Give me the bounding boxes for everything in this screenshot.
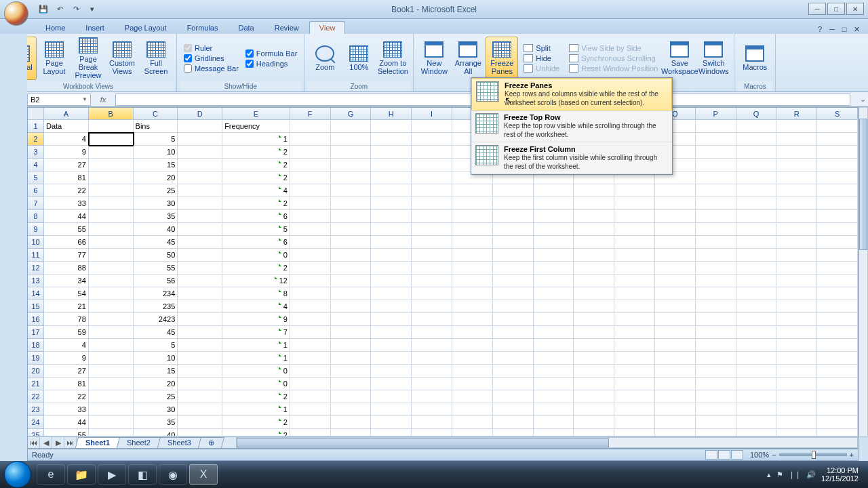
cell[interactable]: [493, 365, 534, 378]
cell[interactable]: 4: [44, 133, 89, 146]
cell[interactable]: 78: [44, 313, 89, 326]
cell[interactable]: [776, 352, 817, 365]
cell[interactable]: [776, 274, 817, 287]
switch-windows-button[interactable]: Switch Windows: [697, 37, 730, 80]
cell[interactable]: [736, 416, 777, 429]
cell[interactable]: [89, 365, 134, 378]
cell[interactable]: [817, 262, 858, 274]
cell[interactable]: [290, 378, 331, 390]
cell[interactable]: [331, 390, 372, 403]
row-header[interactable]: 20: [28, 365, 44, 378]
cell[interactable]: [331, 120, 372, 133]
redo-button[interactable]: ↷: [69, 3, 83, 16]
cell[interactable]: [817, 287, 858, 300]
close-button[interactable]: ✕: [846, 3, 864, 15]
cell[interactable]: [331, 300, 372, 313]
cell[interactable]: [817, 249, 858, 262]
cell[interactable]: [736, 403, 777, 416]
sheet-tab-sheet2[interactable]: Sheet2: [117, 437, 161, 448]
save-button[interactable]: 💾: [37, 3, 50, 16]
cell[interactable]: [178, 326, 222, 339]
cell[interactable]: [371, 171, 412, 184]
cell[interactable]: [614, 326, 655, 339]
cell[interactable]: [534, 416, 574, 429]
cell[interactable]: 10: [134, 352, 178, 365]
cell[interactable]: [696, 197, 736, 210]
cell[interactable]: [178, 339, 222, 352]
cell[interactable]: [412, 300, 452, 313]
cell[interactable]: [452, 339, 493, 352]
cell[interactable]: [817, 390, 858, 403]
cell[interactable]: [290, 416, 331, 429]
cell[interactable]: [178, 146, 222, 159]
cell[interactable]: [371, 274, 412, 287]
unhide-button[interactable]: Unhide: [521, 64, 562, 73]
cell[interactable]: 2: [222, 197, 290, 210]
cell[interactable]: [696, 171, 736, 184]
cell[interactable]: [290, 184, 331, 197]
cell[interactable]: [614, 429, 655, 436]
cell[interactable]: [178, 365, 222, 378]
cell[interactable]: [371, 197, 412, 210]
cell[interactable]: [89, 300, 134, 313]
cell[interactable]: [89, 184, 134, 197]
reset-position-button[interactable]: Reset Window Position: [566, 64, 660, 73]
cell[interactable]: [736, 171, 777, 184]
cell[interactable]: [696, 403, 736, 416]
row-header[interactable]: 25: [28, 429, 44, 436]
cell[interactable]: [776, 390, 817, 403]
cell[interactable]: 21: [44, 300, 89, 313]
cell[interactable]: [655, 365, 696, 378]
cell[interactable]: [290, 300, 331, 313]
cell[interactable]: 7: [222, 326, 290, 339]
cell[interactable]: [655, 326, 696, 339]
cell[interactable]: [696, 223, 736, 236]
cell[interactable]: [89, 326, 134, 339]
cell[interactable]: [331, 313, 372, 326]
cell[interactable]: [452, 274, 493, 287]
cell[interactable]: 2: [222, 429, 290, 436]
cell[interactable]: 15: [134, 159, 178, 171]
explorer-icon[interactable]: 📁: [67, 464, 96, 485]
hide-button[interactable]: Hide: [521, 54, 562, 63]
cell[interactable]: [655, 287, 696, 300]
vertical-scrollbar[interactable]: [859, 107, 868, 436]
cell[interactable]: [412, 365, 452, 378]
cell[interactable]: [452, 313, 493, 326]
cell[interactable]: [817, 339, 858, 352]
cell[interactable]: [371, 133, 412, 146]
cell[interactable]: 35: [134, 210, 178, 223]
macros-button[interactable]: Macros: [738, 37, 771, 80]
column-header[interactable]: Q: [736, 108, 777, 120]
doc-restore[interactable]: □: [840, 24, 849, 34]
cell[interactable]: [776, 197, 817, 210]
cell[interactable]: [776, 171, 817, 184]
custom-views-button[interactable]: Custom Views: [106, 37, 138, 80]
cell[interactable]: [89, 223, 134, 236]
cell[interactable]: [776, 365, 817, 378]
cell[interactable]: [89, 236, 134, 249]
cell[interactable]: [89, 416, 134, 429]
cell[interactable]: [696, 429, 736, 436]
cell[interactable]: 2: [222, 159, 290, 171]
cell[interactable]: 9: [44, 146, 89, 159]
clock[interactable]: 12:00 PM 12/15/2012: [821, 466, 859, 483]
cell[interactable]: [776, 223, 817, 236]
arrange-all-button[interactable]: Arrange All: [452, 37, 484, 80]
cell[interactable]: [817, 171, 858, 184]
save-workspace-button[interactable]: Save Workspace: [663, 37, 696, 80]
normal-view-button[interactable]: [705, 450, 717, 460]
cell[interactable]: [655, 403, 696, 416]
cell[interactable]: [614, 287, 655, 300]
cell[interactable]: [178, 378, 222, 390]
cell[interactable]: [817, 197, 858, 210]
zoom-out-button[interactable]: −: [772, 451, 776, 459]
cell[interactable]: 77: [44, 249, 89, 262]
new-window-button[interactable]: New Window: [418, 37, 450, 80]
cell[interactable]: [331, 197, 372, 210]
cell[interactable]: [371, 300, 412, 313]
row-header[interactable]: 16: [28, 313, 44, 326]
cell[interactable]: 40: [134, 429, 178, 436]
office-button[interactable]: [4, 1, 28, 26]
cell[interactable]: [412, 416, 452, 429]
